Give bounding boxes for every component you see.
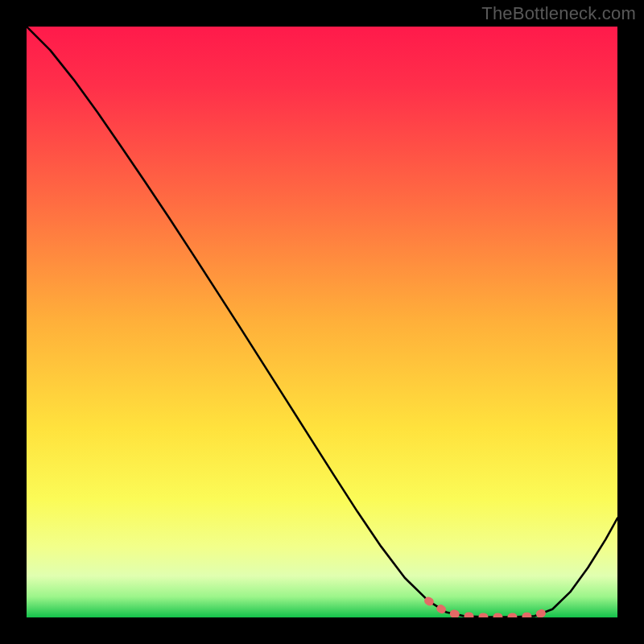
bottleneck-chart — [27, 27, 617, 617]
chart-frame: TheBottleneck.com — [0, 0, 644, 644]
watermark-text: TheBottleneck.com — [481, 3, 636, 24]
gradient-background — [27, 27, 617, 617]
